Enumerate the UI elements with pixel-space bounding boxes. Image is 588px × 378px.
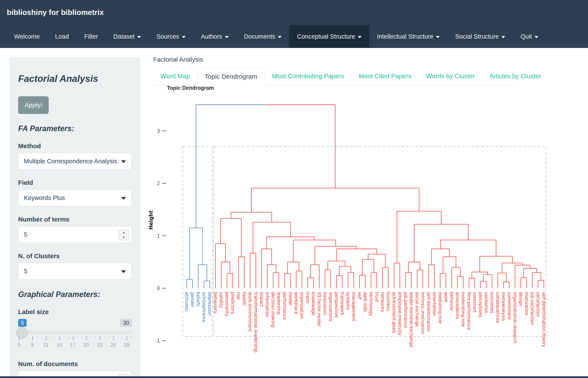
leaf-label: framework	[340, 292, 345, 316]
leaf-label: beliefs	[196, 292, 201, 306]
leaf-label: job.satisfaction	[530, 292, 535, 325]
leaf-label: employee.creativity	[397, 292, 402, 335]
leaf-label: traits	[305, 292, 310, 303]
leaf-label: organizational.research	[512, 292, 518, 343]
leaf-label: self.determination.theory	[541, 292, 546, 347]
leaf-label: antecedents	[455, 292, 460, 319]
leaf-label: knowledge	[311, 292, 316, 316]
dendrogram-lines	[187, 105, 266, 288]
leaf-label: motivation	[524, 292, 529, 315]
leaf-label: satisfaction	[535, 292, 541, 317]
leaf-label: social.exchange	[415, 292, 420, 327]
leaf-label: outcomes	[490, 292, 495, 313]
leaf-label: gender	[190, 292, 195, 307]
leaf-label: work.environment	[248, 292, 252, 332]
leaf-label: leader.member.exchange	[409, 292, 414, 347]
leaf-label: performance	[282, 292, 287, 320]
leaf-label: X5.factor.model	[317, 292, 322, 326]
dendrogram-lines	[215, 105, 544, 288]
leaf-label: commitment	[507, 292, 512, 320]
leaf-label: self	[357, 292, 362, 300]
leaf-label: work	[443, 292, 448, 303]
leaf-label: predictors	[230, 292, 235, 314]
leaf-label: consequences	[495, 292, 500, 323]
leaf-label: moderating.role	[461, 292, 466, 327]
leaf-label: risk	[236, 292, 241, 300]
leaf-label: transformational.leadership	[253, 292, 258, 352]
axis-tick-label: 1	[157, 233, 160, 239]
leaf-label: organizations	[328, 292, 333, 321]
leaf-label: management	[351, 292, 356, 321]
dendrogram-plot: 3210-1Heightattitudesgenderbeliefsschizo…	[0, 0, 588, 378]
axis-tick-label: 2	[157, 181, 160, 186]
leaf-label: design	[518, 292, 523, 306]
leaf-label: mediating.role	[438, 292, 443, 324]
leaf-label: workplace	[294, 292, 299, 314]
leaf-label: personality	[224, 292, 230, 316]
axis-tick-label: 0	[157, 285, 160, 291]
leaf-label: perceptions	[478, 292, 483, 317]
leaf-label: leadership	[276, 292, 281, 315]
leaf-label: decision.making	[270, 292, 276, 327]
leaf-label: model	[288, 292, 293, 306]
leaf-label: intrinsic.motivation	[420, 292, 425, 334]
leaf-label: validity	[219, 292, 224, 308]
leaf-label: business	[386, 292, 391, 311]
leaf-label: innovation	[322, 292, 327, 315]
leaf-label: orientation	[432, 292, 437, 316]
leaf-label: dark.side	[363, 292, 368, 312]
leaf-label: achievement.goals	[392, 292, 397, 333]
leaf-label: self.determination	[426, 292, 431, 332]
leaf-label: behavior	[449, 292, 454, 311]
leaf-label: trust	[374, 292, 379, 302]
leaf-label: health	[242, 292, 247, 306]
leaf-label: attitudes	[184, 292, 189, 311]
leaf-label: schizophrenia	[201, 292, 207, 322]
leaf-label: perspective	[334, 292, 339, 317]
leaf-label: behaviors	[213, 292, 218, 313]
leaf-label: organization	[299, 292, 305, 319]
leaf-label: firm.performance	[466, 292, 472, 330]
axis-tick-label: 3	[157, 128, 160, 134]
axis-title: Height	[148, 210, 154, 230]
leaf-label: technology	[368, 292, 374, 316]
leaf-label: validation	[484, 292, 489, 313]
axis-tick-label: -1	[155, 338, 160, 343]
leaf-label: metaanalysis	[501, 292, 506, 321]
leaf-label: networks	[380, 292, 385, 312]
leaf-label: information	[265, 292, 270, 317]
leaf-label: job.performance	[403, 292, 408, 328]
leaf-label: construct	[472, 292, 477, 312]
footer-strip	[0, 376, 588, 378]
leaf-label: systems	[345, 292, 350, 310]
leaf-label: depression	[207, 292, 212, 316]
leaf-label: impact	[259, 292, 264, 307]
